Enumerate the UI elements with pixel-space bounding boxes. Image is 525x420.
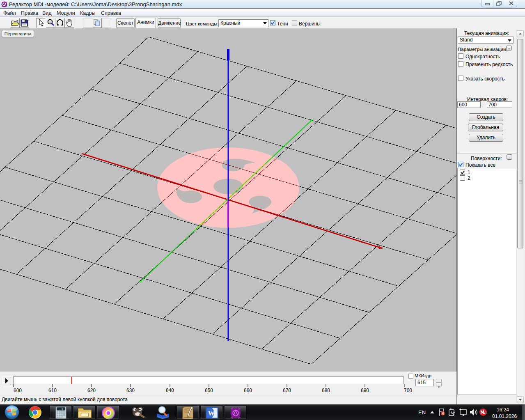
- svg-text:610: 610: [48, 388, 57, 393]
- svg-text:700: 700: [404, 388, 412, 393]
- svg-text:660: 660: [244, 388, 252, 393]
- svg-text:670: 670: [283, 388, 291, 393]
- svg-text:690: 690: [361, 388, 369, 393]
- svg-text:630: 630: [126, 388, 135, 393]
- svg-text:640: 640: [166, 388, 174, 393]
- svg-text:680: 680: [322, 388, 330, 393]
- svg-text:0: 0: [62, 408, 63, 411]
- svg-text:600: 600: [14, 388, 22, 393]
- svg-text:650: 650: [205, 388, 213, 393]
- svg-text:W: W: [208, 409, 215, 417]
- svg-text:620: 620: [87, 388, 96, 393]
